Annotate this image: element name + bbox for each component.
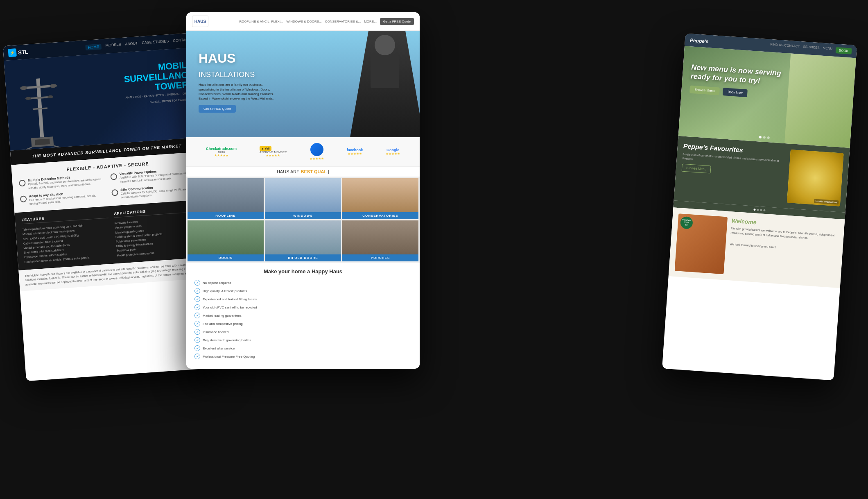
stl-nav-about[interactable]: ABOUT [125, 41, 138, 48]
peppe-img-dot-2[interactable] [757, 209, 759, 211]
haus-happy-item-2: High quality 'A Rated' products [194, 287, 411, 295]
haus-service-conservatories[interactable]: CONSERVATORIES [342, 178, 418, 219]
adapt-icon [20, 195, 27, 202]
svg-line-11 [54, 145, 59, 147]
detection-icon [19, 179, 26, 186]
peppe-nav-find[interactable]: FIND US/CONTACT [770, 43, 800, 51]
stl-hero-title: MOBILESURVEILLANCETOWERS [123, 60, 194, 94]
haus-hero: HAUSINSTALLATIONS Haus Installations are… [186, 31, 420, 137]
peppe-nav-services[interactable]: SERVICES [803, 45, 820, 52]
peppe-food-img [784, 53, 856, 148]
stl-feature-detection-text: Multiple Detection Methods Optical, ther… [28, 173, 107, 191]
peppe-nav-menu[interactable]: MENU [823, 46, 833, 53]
checka-stars: ★★★★★ [206, 154, 237, 157]
peppe-fav-text: Peppe's Favourites A selection of our ch… [680, 142, 787, 202]
haus-nav-more[interactable]: MORE... [364, 20, 377, 23]
peppe-img-dot-3[interactable] [760, 209, 762, 211]
yell-stars: ★★★★★ [260, 154, 287, 157]
peppe-hero-text: New menu is now servingready for you to … [689, 63, 782, 100]
facebook-brand: facebook [347, 148, 363, 152]
peppe-welcome: Travellers' Choice ⊙ Welcome It is with … [669, 207, 845, 288]
haus-trust-facebook: facebook ★★★★★ [347, 148, 363, 156]
haus-service-doors-label: DOORS [188, 254, 264, 261]
haus-nav-windows[interactable]: WINDOWS & DOORS... [287, 20, 322, 23]
stl-nav-case[interactable]: CASE STUDIES [142, 39, 169, 47]
haus-happy-item-6: Fair and competitive pricing [194, 320, 411, 328]
svg-point-6 [25, 97, 32, 100]
worker-head [375, 35, 395, 55]
stl-hero-text: MOBILESURVEILLANCETOWERS ANALYTICS - RAD… [123, 60, 195, 105]
stl-feature-detection: Multiple Detection Methods Optical, ther… [19, 173, 107, 191]
haus-happy-item-7: Insurance backed [194, 328, 411, 336]
svg-line-10 [26, 147, 32, 150]
haus-trust-google: Google ★★★★★ [386, 148, 400, 156]
stl-feature-adapt-text: Adapt to any situation Full range of bra… [29, 189, 108, 206]
haus-trust-bar: Checkatrade.com 10/10 ★★★★★ ▲ Yell APPRO… [186, 137, 420, 167]
haus-happy-item-4: Your old uPVC sent off to be recycled [194, 303, 411, 311]
facebook-stars: ★★★★★ [347, 152, 363, 156]
peppe-welcome-para2: We look forward to seeing you soon! [730, 242, 837, 254]
haus-service-roofline[interactable]: ROOFLINE [188, 178, 264, 219]
peppe-book-btn[interactable]: BOOK [835, 47, 852, 54]
haus-logo: HAUS [192, 16, 208, 27]
stl-dark-grid: FEATURES Telescopic built-in mast extend… [21, 206, 203, 264]
stl-nav-models[interactable]: MODELS [105, 42, 121, 49]
haus-card: HAUS ROOFLINE & ANCIL. FLEXI... WINDOWS … [186, 12, 420, 369]
peppe-welcome-img: Travellers' Choice ⊙ [675, 213, 728, 274]
peppe-fav-img: Ricotta Vegetariana [787, 150, 844, 206]
haus-best-qual-highlight: BEST QUAL [301, 169, 327, 174]
peppe-welcome-text: Welcome It is with great pleasure we wel… [728, 217, 839, 282]
haus-hero-text: HAUSINSTALLATIONS Haus Installations are… [199, 51, 280, 113]
haus-trust-checka: Checkatrade.com 10/10 ★★★★★ [206, 147, 237, 157]
stl-features-list: Telescopic built-in mast extending up to… [22, 222, 111, 264]
stl-hero: MOBILESURVEILLANCETOWERS ANALYTICS - RAD… [4, 48, 202, 151]
haus-happy-title: Make your home a Happy Haus [194, 268, 411, 274]
stl-feature-power: Versatile Power Options Available with S… [110, 167, 198, 184]
haus-happy-item-9: Excellent after service [194, 344, 411, 352]
peppe-dot-3[interactable] [767, 136, 770, 139]
peppe-fav-browse-btn[interactable]: Browse Menu [682, 163, 711, 173]
power-icon [110, 173, 117, 180]
haus-happy-list: No deposit required High quality 'A Rate… [194, 279, 411, 361]
haus-service-bifold[interactable]: BIFOLD DOORS [265, 220, 341, 261]
peppe-dot-1[interactable] [759, 136, 762, 138]
stl-nav-home[interactable]: HOME [85, 44, 102, 51]
haus-happy-item-10: Professional Pressure Free Quoting [194, 352, 411, 361]
stl-feature-adapt: Adapt to any situation Full range of bra… [20, 189, 108, 206]
trusted-stars: ★★★★★ [310, 157, 324, 161]
trusted-badge [310, 143, 323, 156]
haus-nav-conservatories[interactable]: CONSERVATORIES &... [325, 20, 361, 23]
haus-happy-item-3: Experienced and trained fitting teams [194, 295, 411, 303]
stl-tower [13, 73, 67, 150]
peppe-logo: Peppe's [690, 37, 709, 44]
haus-nav: ROOFLINE & ANCIL. FLEXI... WINDOWS & DOO… [239, 18, 414, 25]
haus-service-doors[interactable]: DOORS [188, 220, 264, 261]
yell-score: APPROVE MEMBER [260, 151, 287, 154]
worker-torso [371, 55, 399, 88]
haus-service-bifold-label: BIFOLD DOORS [265, 254, 341, 261]
haus-nav-roofline[interactable]: ROOFLINE & ANCIL. FLEXI... [239, 20, 283, 23]
comms-icon [111, 189, 118, 196]
haus-hero-desc: Haus Installations are a family run busi… [199, 82, 280, 101]
haus-happy-item-5: Market leading guarantees [194, 311, 411, 320]
svg-point-4 [20, 86, 28, 90]
haus-best-qual: HAUS ARE BEST QUAL | [186, 167, 420, 177]
haus-service-porches-label: PORCHES [342, 254, 418, 261]
haus-happy-item-1: No deposit required [194, 279, 411, 287]
svg-rect-9 [35, 138, 50, 145]
peppe-dot-2[interactable] [763, 136, 766, 138]
haus-service-windows[interactable]: WINDOWS [265, 178, 341, 219]
peppe-img-dot-4[interactable] [763, 209, 765, 211]
peppe-img-dot-1[interactable] [753, 209, 755, 211]
stl-features-col: FEATURES Telescopic built-in mast extend… [21, 212, 111, 264]
google-brand: Google [386, 148, 400, 152]
stl-logo: ⚡ STL [8, 48, 29, 57]
badge-text: Travellers' Choice ⊙ [681, 218, 692, 227]
yell-logo: ▲ Yell [260, 146, 271, 151]
haus-service-porches[interactable]: PORCHES [342, 220, 418, 261]
haus-hero-cta[interactable]: Get a FREE Quote [199, 105, 236, 113]
checka-brand: Checkatrade.com [206, 147, 237, 151]
svg-point-5 [50, 84, 57, 88]
haus-quote-btn[interactable]: Get a FREE Quote [380, 18, 414, 25]
haus-worker [317, 31, 420, 137]
